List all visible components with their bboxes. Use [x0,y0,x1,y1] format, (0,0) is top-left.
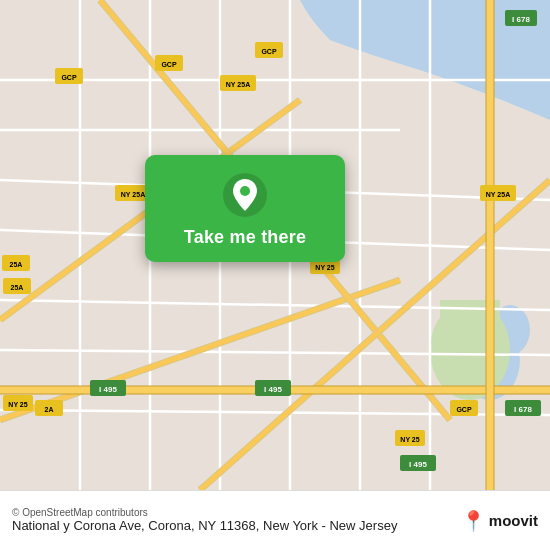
take-me-there-card[interactable]: Take me there [145,155,345,262]
svg-text:GCP: GCP [456,406,472,413]
svg-text:NY 25: NY 25 [315,264,334,271]
svg-text:NY 25A: NY 25A [226,81,250,88]
take-me-there-label: Take me there [184,227,306,248]
svg-text:NY 25A: NY 25A [121,191,145,198]
svg-text:GCP: GCP [161,61,177,68]
svg-text:2A: 2A [45,406,54,413]
location-pin-icon [223,173,267,217]
svg-text:I 495: I 495 [409,460,427,469]
svg-point-67 [240,186,250,196]
moovit-icon: 📍 [461,509,486,533]
svg-text:NY 25A: NY 25A [486,191,510,198]
svg-text:I 678: I 678 [512,15,530,24]
svg-text:I 495: I 495 [99,385,117,394]
svg-text:GCP: GCP [61,74,77,81]
moovit-logo: 📍 moovit [461,509,538,533]
svg-text:25A: 25A [11,284,24,291]
svg-text:25A: 25A [10,261,23,268]
svg-text:I 678: I 678 [514,405,532,414]
address-text: National y Corona Ave, Corona, NY 11368,… [12,518,453,535]
bottom-bar: © OpenStreetMap contributors National y … [0,490,550,550]
svg-text:GCP: GCP [261,48,277,55]
svg-text:NY 25: NY 25 [400,436,419,443]
moovit-brand: moovit [489,512,538,529]
map-container: I 678 25A NY 25A NY 25A NY 25 NY 25 I 49… [0,0,550,490]
svg-text:I 495: I 495 [264,385,282,394]
attribution-text: © OpenStreetMap contributors [12,507,453,518]
svg-text:NY 25: NY 25 [8,401,27,408]
